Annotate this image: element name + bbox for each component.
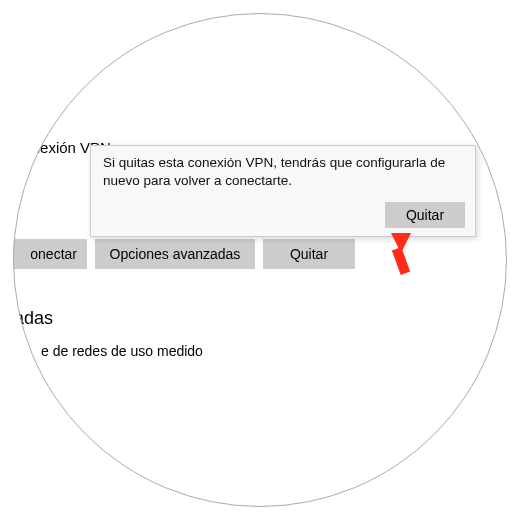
remove-button[interactable]: Quitar (263, 239, 355, 269)
dialog-confirm-remove-button[interactable]: Quitar (385, 202, 465, 228)
svg-rect-1 (392, 247, 410, 275)
dialog-message: Si quitas esta conexión VPN, tendrás que… (103, 154, 463, 190)
connect-button[interactable]: onectar (13, 239, 87, 269)
metered-networks-text: e de redes de uso medido (41, 343, 203, 359)
settings-pane: na conexión VPN onectar Opciones avanzad… (13, 13, 507, 507)
circular-clip: na conexión VPN onectar Opciones avanzad… (13, 13, 507, 507)
advanced-options-button[interactable]: Opciones avanzadas (95, 239, 255, 269)
advanced-section-heading: nzadas (13, 308, 53, 329)
confirm-remove-dialog: Si quitas esta conexión VPN, tendrás que… (90, 145, 476, 237)
screenshot-frame: na conexión VPN onectar Opciones avanzad… (0, 0, 520, 520)
callout-arrow-icon (373, 231, 423, 281)
